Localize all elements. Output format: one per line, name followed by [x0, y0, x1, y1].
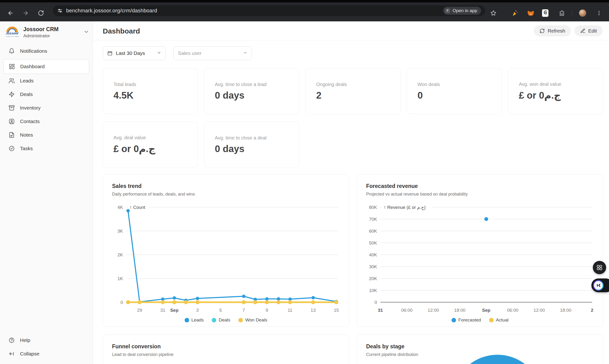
svg-text:0: 0	[374, 300, 377, 305]
svg-text:06:00: 06:00	[401, 308, 413, 313]
sidebar-nav: Dashboard Leads Deals Inventory Contacts…	[0, 59, 93, 156]
svg-text:2K: 2K	[118, 252, 123, 257]
party-popper-icon	[512, 10, 519, 16]
sidebar-item-tasks[interactable]: Tasks	[3, 142, 89, 155]
back-button[interactable]	[5, 8, 16, 18]
svg-text:9: 9	[266, 308, 268, 313]
legend-item[interactable]: Deals	[212, 317, 230, 323]
kpi-total-leads: Total leads 4.5K	[103, 68, 198, 114]
legend-label: Forecasted	[458, 317, 481, 323]
sidebar-item-deals[interactable]: Deals	[3, 88, 89, 101]
collapse-arrow-icon	[9, 351, 15, 357]
archive-box-icon	[9, 105, 15, 111]
calendar-icon	[107, 51, 112, 56]
svg-text:Sep: Sep	[170, 308, 179, 313]
legend-dot	[185, 318, 189, 322]
svg-text:18:00: 18:00	[560, 308, 571, 313]
svg-text:2: 2	[591, 308, 594, 313]
assistant-face-icon	[594, 281, 603, 290]
toolbar-divider	[572, 10, 572, 16]
kpi-avg-won-deal-value: Avg. won deal value £ or 0ج.م	[508, 68, 603, 114]
edit-button[interactable]: Edit	[575, 26, 603, 36]
legend-item[interactable]: Won Deals	[238, 317, 267, 323]
svg-text:5: 5	[219, 308, 222, 313]
address-bar[interactable]: benchmark.jossoor.org/crm/dashboard F Op…	[53, 5, 485, 16]
assistant-button[interactable]	[591, 278, 609, 292]
sidebar-item-help[interactable]: Help	[3, 334, 89, 347]
sales-trend-subtitle: Daily performance of leads, deals, and w…	[112, 192, 340, 197]
sales-trend-legend: LeadsDealsWon Deals	[112, 317, 340, 323]
url-text[interactable]: benchmark.jossoor.org/crm/dashboard	[66, 8, 157, 14]
date-range-filter[interactable]: Last 30 Days	[103, 46, 166, 60]
main-content: Dashboard Refresh Edit Last 30 Days	[93, 21, 609, 364]
legend-item[interactable]: Forecasted	[452, 317, 481, 323]
reload-icon	[38, 10, 44, 16]
sidebar-collapse-button[interactable]: Collapse	[3, 347, 89, 360]
svg-text:IT TECHNOLOGY & TRAINING: IT TECHNOLOGY & TRAINING	[5, 36, 19, 37]
sidebar-item-leads[interactable]: Leads	[3, 74, 89, 87]
browser-menu-button[interactable]	[594, 8, 604, 18]
workspace-name: Jossoor CRM	[23, 26, 58, 33]
funnel-title: Funnel conversion	[112, 343, 340, 350]
sales-trend-plot: 4K3K2K1K0↑ Count2931Sep3579111315	[112, 202, 340, 316]
sidebar-item-notifications[interactable]: Notifications	[3, 44, 89, 58]
browser-window: benchmark.jossoor.org/crm/dashboard F Op…	[0, 0, 609, 364]
sales-trend-title: Sales trend	[112, 183, 340, 189]
kpi-won-deals: Won deals 0	[407, 68, 502, 114]
legend-label: Actual	[496, 317, 509, 323]
browser-chrome: benchmark.jossoor.org/crm/dashboard F Op…	[0, 0, 609, 21]
svg-text:Jossoor: Jossoor	[6, 31, 19, 35]
workspace-chevron-icon[interactable]	[83, 29, 89, 36]
forecast-legend: ForecastedActual	[366, 317, 594, 323]
kpi-avg-time-close-lead: Avg. time to close a lead 0 days	[204, 68, 299, 114]
profile-avatar[interactable]	[579, 9, 586, 17]
extensions-menu-button[interactable]	[558, 9, 566, 17]
sidebar-item-contacts[interactable]: Contacts	[3, 115, 89, 128]
svg-text:3K: 3K	[118, 229, 123, 234]
svg-text:7: 7	[242, 308, 245, 313]
workspace-switcher[interactable]: Jossoor IT TECHNOLOGY & TRAINING Jossoor…	[5, 25, 89, 40]
extension-party-button[interactable]	[511, 9, 519, 17]
forecast-title: Forecasted revenue	[366, 183, 594, 189]
bottom-row: Funnel conversion Lead to deal conversio…	[103, 335, 603, 364]
svg-text:10K: 10K	[369, 288, 377, 293]
sales-trend-card: Sales trend Daily performance of leads, …	[103, 174, 349, 327]
svg-text:70K: 70K	[369, 217, 377, 222]
forward-button[interactable]	[20, 8, 31, 18]
open-in-app-chip[interactable]: F Open in app	[443, 7, 481, 15]
help-circle-icon	[9, 337, 15, 343]
chevron-down-icon	[243, 50, 248, 56]
refresh-icon	[540, 28, 545, 34]
sidebar-item-notes[interactable]: Notes	[3, 128, 89, 142]
sidebar-item-dashboard[interactable]: Dashboard	[3, 59, 89, 74]
reload-button[interactable]	[36, 8, 46, 18]
note-file-icon	[9, 132, 15, 138]
company-logo: Jossoor IT TECHNOLOGY & TRAINING	[5, 25, 19, 40]
funnel-conversion-card: Funnel conversion Lead to deal conversio…	[103, 335, 349, 364]
page-header: Dashboard Refresh Edit	[93, 21, 609, 40]
bell-icon	[9, 48, 15, 54]
widget-launcher-button[interactable]	[593, 261, 606, 274]
tune-icon[interactable]	[57, 8, 63, 13]
deals-by-stage-title: Deals by stage	[366, 343, 594, 350]
bookmark-button[interactable]	[488, 8, 498, 18]
kpi-ongoing-deals: Ongoing deals 2	[305, 68, 400, 114]
kpi-avg-time-close-deal: Avg. time to close a deal 0 days	[204, 122, 299, 168]
refresh-button[interactable]: Refresh	[534, 26, 571, 36]
svg-text:↑ Revenue (£ or ج.م): ↑ Revenue (£ or ج.م)	[384, 205, 426, 210]
zap-icon	[9, 91, 15, 97]
dashboard-grid-icon	[9, 64, 15, 70]
back-arrow-icon	[7, 10, 14, 16]
funnel-subtitle: Lead to deal conversion pipeline	[112, 352, 340, 357]
extension-swirl-button[interactable]	[541, 9, 549, 17]
contact-card-icon	[9, 118, 15, 125]
svg-text:4K: 4K	[118, 205, 123, 210]
page-title: Dashboard	[103, 27, 140, 35]
legend-label: Deals	[219, 317, 230, 323]
sales-user-filter[interactable]: Sales user	[173, 46, 252, 60]
sidebar-item-inventory[interactable]: Inventory	[3, 101, 89, 115]
legend-item[interactable]: Actual	[489, 317, 509, 323]
workspace-role: Administrator	[23, 33, 58, 39]
legend-item[interactable]: Leads	[185, 317, 204, 323]
extension-fox-button[interactable]	[527, 9, 535, 17]
